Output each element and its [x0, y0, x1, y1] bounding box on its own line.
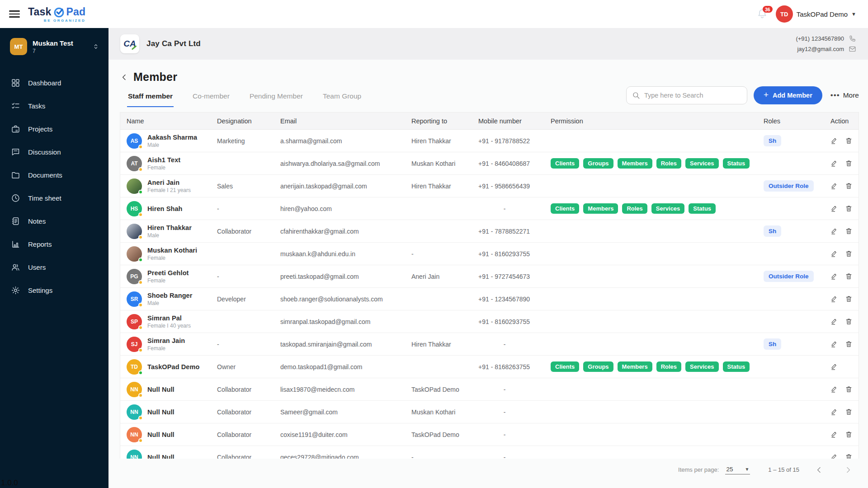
member-name-cell: SJ Simran Jain Female	[120, 337, 211, 352]
delete-icon[interactable]	[845, 385, 853, 393]
action-cell	[824, 160, 859, 167]
sidebar-item-notes[interactable]: Notes	[0, 210, 108, 233]
edit-icon[interactable]	[830, 272, 838, 280]
status-dot	[138, 190, 143, 194]
user-menu[interactable]: TD TaskOPad Demo ▼	[776, 5, 856, 23]
edit-icon[interactable]	[830, 340, 838, 348]
table-row: NN Null Null Collaborator coxise1191@dui…	[120, 423, 859, 446]
edit-icon[interactable]	[830, 408, 838, 416]
edit-icon[interactable]	[830, 363, 838, 371]
tabs: Staff memberCo-memberPending MemberTeam …	[127, 87, 362, 107]
member-gender: Female	[147, 255, 197, 261]
edit-icon[interactable]	[830, 227, 838, 235]
edit-icon[interactable]	[830, 205, 838, 212]
member-name-cell: Muskan Kothari Female	[120, 246, 211, 262]
avatar	[127, 178, 142, 194]
tab-team-group[interactable]: Team Group	[322, 87, 362, 107]
topbar: Task Pad BE ORGANIZED 36 TD TaskOPad Dem…	[0, 0, 868, 28]
member-name-cell: Hiren Thakkar Male	[120, 224, 211, 239]
delete-icon[interactable]	[845, 453, 853, 459]
delete-icon[interactable]	[845, 227, 853, 235]
delete-icon[interactable]	[845, 250, 853, 258]
avatar: SP	[127, 314, 142, 329]
action-cell	[824, 340, 859, 348]
edit-icon[interactable]	[830, 160, 838, 167]
sidebar: MT Muskan Test 7 DashboardTasksProjectsD…	[0, 28, 108, 488]
delete-icon[interactable]	[845, 408, 853, 416]
avatar: PG	[127, 269, 142, 284]
sidebar-item-label: Tasks	[28, 102, 45, 110]
delete-icon[interactable]	[845, 137, 853, 145]
chevron-down-icon: ▼	[851, 11, 856, 17]
search-input[interactable]	[644, 92, 741, 99]
delete-icon[interactable]	[845, 205, 853, 212]
role-badge: Sh	[764, 338, 781, 350]
edit-icon[interactable]	[830, 295, 838, 303]
delete-icon[interactable]	[845, 160, 853, 167]
member-gender: Female I 40 years	[147, 323, 191, 329]
delete-icon[interactable]	[845, 295, 853, 303]
sidebar-item-discussion[interactable]: Discussion	[0, 141, 108, 164]
sidebar-item-tasks[interactable]: Tasks	[0, 94, 108, 117]
tab-co-member[interactable]: Co-member	[192, 87, 231, 107]
permission-badge: Services	[651, 203, 685, 214]
edit-icon[interactable]	[830, 431, 838, 438]
items-per-page-select[interactable]: 25 ▼	[725, 465, 750, 474]
status-dot	[138, 258, 143, 262]
avatar: AT	[127, 156, 142, 171]
avatar: TD	[776, 5, 793, 23]
sidebar-item-settings[interactable]: Settings	[0, 279, 108, 302]
avatar: NN	[127, 382, 142, 397]
edit-icon[interactable]	[830, 385, 838, 393]
mobile-cell: -	[472, 205, 544, 212]
email-cell: coxise1191@duiter.com	[274, 431, 405, 438]
notifications-button[interactable]: 36	[757, 8, 769, 20]
delete-icon[interactable]	[845, 182, 853, 190]
edit-icon[interactable]	[830, 182, 838, 190]
member-name: Null Null	[147, 408, 175, 416]
avatar: AS	[127, 133, 142, 149]
previous-page-button[interactable]	[815, 465, 824, 474]
sidebar-item-reports[interactable]: Reports	[0, 233, 108, 256]
delete-icon[interactable]	[845, 340, 853, 348]
sidebar-item-projects[interactable]: Projects	[0, 117, 108, 141]
avatar: TD	[127, 359, 142, 375]
roles-cell: Outsider Role	[757, 271, 824, 282]
more-button[interactable]: ••• More	[830, 91, 859, 100]
menu-icon[interactable]	[9, 10, 20, 18]
status-dot	[138, 212, 143, 216]
sidebar-item-label: Discussion	[28, 148, 61, 156]
permission-badge: Members	[618, 158, 652, 169]
role-badge: Outsider Role	[764, 271, 814, 282]
reporting-cell: Muskan Kothari	[405, 408, 472, 416]
tab-pending-member[interactable]: Pending Member	[249, 87, 304, 107]
permission-cell: ClientsMembersRolesServicesStatus	[544, 203, 757, 214]
email-cell: a.sharma@gmail.com	[274, 137, 405, 145]
workspace-switcher[interactable]: MT Muskan Test 7	[0, 28, 108, 63]
delete-icon[interactable]	[845, 318, 853, 325]
designation-cell: -	[211, 273, 274, 280]
edit-icon[interactable]	[830, 137, 838, 145]
add-member-button[interactable]: + Add Member	[754, 86, 822, 104]
back-button[interactable]	[120, 73, 129, 82]
delete-icon[interactable]	[845, 272, 853, 280]
app-logo: Task Pad BE ORGANIZED	[28, 6, 85, 23]
sidebar-item-users[interactable]: Users	[0, 256, 108, 279]
table-row: Muskan Kothari Female muskaan.k@ahduni.e…	[120, 243, 859, 265]
edit-icon[interactable]	[830, 453, 838, 459]
edit-icon[interactable]	[830, 250, 838, 258]
company-logo: CA	[120, 34, 139, 53]
edit-icon[interactable]	[830, 318, 838, 325]
mobile-cell: +91 - 8168263755	[472, 363, 544, 371]
member-name: Simran Pal	[147, 314, 191, 322]
sidebar-item-time-sheet[interactable]: Time sheet	[0, 187, 108, 210]
mobile-cell: +91 - 9727454673	[472, 273, 544, 280]
delete-icon[interactable]	[845, 431, 853, 438]
sidebar-item-dashboard[interactable]: Dashboard	[0, 71, 108, 94]
sidebar-item-documents[interactable]: Documents	[0, 164, 108, 187]
next-page-button[interactable]	[844, 465, 853, 474]
permission-cell: ClientsGroupsMembersRolesServicesStatus	[544, 361, 757, 372]
email-cell: aishwarya.dholariya.sa@gmail.com	[274, 160, 405, 167]
action-cell	[824, 295, 859, 303]
tab-staff-member[interactable]: Staff member	[127, 87, 174, 107]
